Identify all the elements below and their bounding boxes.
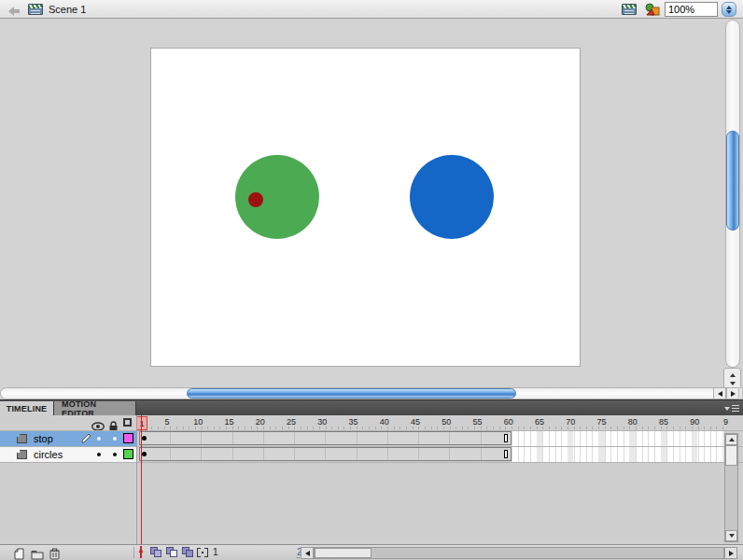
- timeline-scroll-right-button[interactable]: [724, 547, 737, 559]
- timeline-horizontal-scrollbar-track[interactable]: [314, 547, 724, 559]
- playhead-line[interactable]: [141, 415, 142, 544]
- timeline-vertical-scrollbar-thumb[interactable]: [725, 445, 737, 466]
- keyframe-icon[interactable]: [142, 452, 147, 456]
- scroll-left-icon: [718, 391, 722, 397]
- layer-outline-color-swatch[interactable]: [123, 449, 133, 459]
- center-frame-button[interactable]: [150, 547, 163, 558]
- stage-vertical-scrollbar-thumb[interactable]: [726, 131, 739, 231]
- layer-visibility-dot[interactable]: [97, 453, 101, 456]
- ruler-frame-number: 30: [315, 417, 329, 427]
- zoom-input[interactable]: [665, 2, 718, 17]
- new-layer-button[interactable]: [13, 547, 25, 560]
- onion-skin-button[interactable]: [166, 547, 179, 558]
- onion-skin-outlines-icon-front: [186, 550, 193, 557]
- scrollbar-corner: [738, 387, 743, 399]
- edit-multiple-frames-icon-right: [204, 548, 208, 557]
- status-separator: [133, 547, 134, 558]
- ruler-frame-number: 75: [594, 417, 609, 427]
- layer-lock-dot[interactable]: [113, 437, 117, 441]
- ruler-frame-number: 90: [687, 417, 702, 427]
- current-frame-value[interactable]: 1: [213, 547, 218, 557]
- green-circle-shape[interactable]: [235, 155, 319, 239]
- ruler-frame-number: 65: [532, 417, 547, 427]
- panel-tab-bar: TIMELINE MOTION EDITOR: [0, 399, 743, 415]
- timeline-scroll-up-button[interactable]: [725, 434, 737, 445]
- ruler-ticks: [139, 427, 727, 429]
- timeline-horizontal-scrollbar-thumb[interactable]: [315, 548, 372, 558]
- stepper-up-icon[interactable]: [726, 6, 732, 9]
- ruler-frame-number: 10: [190, 417, 205, 427]
- panel-menu-lines-icon: [732, 405, 739, 412]
- layer-icon: [17, 434, 27, 443]
- delete-layer-button[interactable]: [49, 547, 60, 560]
- blue-circle-shape[interactable]: [410, 155, 494, 239]
- edit-bar: Scene 1: [0, 0, 743, 19]
- new-folder-icon: [31, 550, 44, 560]
- ruler-frame-number: 15: [221, 417, 236, 427]
- frame-span-stop[interactable]: [139, 431, 512, 445]
- pencil-edit-icon: [80, 433, 91, 444]
- stepper-down-icon[interactable]: [726, 10, 732, 14]
- ruler-frame-number: 85: [656, 417, 671, 427]
- end-frame-icon[interactable]: [504, 450, 508, 458]
- trash-icon: [49, 548, 60, 560]
- ruler-frame-number: 55: [470, 417, 484, 427]
- layer-outline-color-swatch[interactable]: [123, 433, 133, 443]
- stage-canvas[interactable]: [151, 49, 580, 366]
- panel-menu-button[interactable]: [724, 403, 739, 413]
- row-separator: [0, 462, 743, 463]
- layer-row-circles[interactable]: circles: [0, 447, 136, 462]
- ruler-frame-number: 60: [501, 417, 516, 427]
- edit-symbols-icon: [645, 3, 660, 16]
- playhead-bottom-pin[interactable]: [140, 546, 142, 558]
- layer-name-stop[interactable]: stop: [34, 433, 53, 444]
- ruler-frame-number: 5: [160, 417, 175, 427]
- playhead-marker[interactable]: 1: [136, 416, 147, 430]
- frame-span-circles[interactable]: [139, 447, 512, 461]
- layer-row-stop[interactable]: stop: [0, 431, 136, 446]
- scroll-down-icon: [729, 534, 735, 538]
- back-arrow-icon: [7, 6, 21, 17]
- edit-symbols-button[interactable]: [645, 3, 660, 16]
- scene-breadcrumb: Scene 1: [49, 4, 86, 15]
- ruler-frame-number: 50: [439, 417, 454, 427]
- new-layer-icon: [13, 548, 25, 560]
- layer-name-circles[interactable]: circles: [34, 449, 63, 460]
- onion-skin-icon-front: [170, 550, 177, 557]
- zoom-stepper[interactable]: [722, 2, 736, 17]
- pasteboard: [0, 20, 723, 386]
- layer-visibility-dot[interactable]: [97, 437, 101, 441]
- scroll-down-icon[interactable]: [730, 382, 736, 385]
- edit-multiple-frames-icon: [197, 548, 201, 557]
- ruler-frame-number: 80: [625, 417, 640, 427]
- scroll-up-icon[interactable]: [730, 373, 736, 377]
- edit-multiple-frames-icon-dot: [202, 552, 203, 553]
- stage-scroll-left-button[interactable]: [713, 387, 726, 399]
- layer-lock-dot[interactable]: [113, 453, 117, 456]
- ruler-frame-number: 70: [563, 417, 578, 427]
- tab-timeline[interactable]: TIMELINE: [0, 401, 54, 416]
- back-button[interactable]: [7, 4, 21, 15]
- layer-icon: [17, 450, 27, 459]
- scene-icon: [28, 4, 43, 15]
- edit-scene-button[interactable]: [622, 4, 637, 15]
- stage-horizontal-scrollbar-thumb[interactable]: [187, 388, 516, 399]
- end-frame-icon[interactable]: [504, 434, 508, 442]
- ruler-frame-number: 40: [377, 417, 392, 427]
- timeline-scroll-left-button[interactable]: [301, 547, 314, 559]
- keyframe-icon[interactable]: [142, 436, 147, 441]
- application-window: Scene 1: [0, 0, 743, 560]
- empty-frames-grid[interactable]: [512, 431, 724, 463]
- scroll-right-icon: [729, 551, 734, 556]
- new-folder-button[interactable]: [31, 547, 44, 560]
- timeline-scroll-down-button[interactable]: [725, 530, 737, 541]
- stage-scroll-right-button[interactable]: [726, 387, 739, 399]
- edit-multiple-frames-button[interactable]: [197, 547, 210, 558]
- row-separator: [0, 446, 743, 447]
- tab-motion-editor[interactable]: MOTION EDITOR: [54, 401, 136, 416]
- timeline-vertical-scrollbar[interactable]: [724, 433, 738, 542]
- red-dot-shape[interactable]: [248, 192, 263, 207]
- timeline-panel: TIMELINE MOTION EDITOR: [0, 399, 743, 560]
- onion-skin-outlines-button[interactable]: [182, 547, 195, 558]
- scroll-left-icon: [305, 551, 310, 556]
